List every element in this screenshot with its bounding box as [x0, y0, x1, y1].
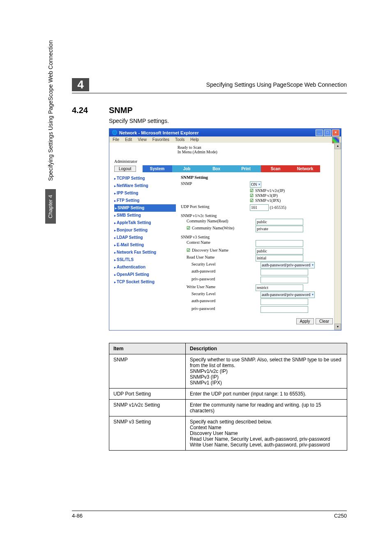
col-header-item: Item: [109, 343, 186, 354]
menu-view[interactable]: View: [138, 137, 147, 142]
read-priv-pass-label: priv-password: [181, 277, 261, 284]
tab-system[interactable]: System: [143, 165, 172, 172]
checkbox-icon[interactable]: ☑: [250, 188, 254, 193]
discovery-user-label: Discovery User Name: [192, 248, 228, 252]
cell-item: UDP Port Setting: [109, 388, 186, 400]
tab-job[interactable]: Job: [172, 165, 202, 172]
browser-titlebar: 🌐 Network - Microsoft Internet Explorer …: [109, 129, 341, 136]
checkbox-icon[interactable]: ☑: [250, 193, 254, 198]
sidebar-item-tcpip[interactable]: TCP/IP Setting: [114, 175, 176, 182]
page-footer: 4-86 C250: [72, 511, 347, 519]
read-user-input[interactable]: initial: [256, 255, 303, 261]
table-row: SNMP Specify whether to use SNMP. Also, …: [109, 354, 347, 388]
page-number: 4-86: [72, 513, 83, 519]
sidebar-item-ldap[interactable]: LDAP Setting: [114, 234, 176, 241]
comm-read-label: Community Name(Read): [181, 219, 256, 225]
page-header: 4 Specifying Settings Using PageScope We…: [72, 78, 347, 93]
tab-print[interactable]: Print: [231, 165, 261, 172]
read-sec-level-select[interactable]: auth-password/priv-password: [261, 262, 315, 268]
snmp-v12c-ip-label: SNMP v1/v2c(IP): [255, 188, 285, 193]
read-auth-pass-label: auth-password: [181, 269, 261, 276]
udp-port-label: UDP Port Setting: [181, 204, 250, 211]
sidebar: TCP/IP Setting NetWare Setting IPP Setti…: [114, 175, 176, 328]
close-button[interactable]: ×: [332, 130, 339, 136]
scroll-down-icon[interactable]: ▾: [334, 324, 341, 330]
apply-button[interactable]: Apply: [296, 318, 314, 324]
menu-help[interactable]: Help: [190, 137, 199, 142]
sidebar-item-openapi[interactable]: OpenAPI Setting: [114, 271, 176, 278]
logout-button[interactable]: Logout: [114, 166, 136, 172]
window-title: Network - Microsoft Internet Explorer: [119, 130, 199, 135]
checkbox-icon[interactable]: ☑: [250, 198, 254, 203]
sidebar-item-ftp[interactable]: FTP Setting: [114, 197, 176, 204]
write-priv-pass-label: priv-password: [181, 306, 261, 314]
write-auth-pass-input[interactable]: [261, 298, 308, 305]
sidebar-item-bonjour[interactable]: Bonjour Setting: [114, 227, 176, 234]
model-number: C250: [334, 513, 347, 519]
sidebar-item-tcpsocket[interactable]: TCP Socket Setting: [114, 278, 176, 286]
minimize-button[interactable]: _: [316, 130, 323, 136]
sidebar-item-netfax[interactable]: Network Fax Setting: [114, 249, 176, 256]
write-sec-level-select[interactable]: auth-password/priv-password: [261, 291, 315, 298]
tab-box[interactable]: Box: [202, 165, 231, 172]
udp-port-range: (1-65535): [270, 205, 286, 210]
sidebar-item-appletalk[interactable]: AppleTalk Setting: [114, 219, 176, 227]
tab-network[interactable]: Network: [291, 165, 320, 172]
cell-desc: Specify each setting described below. Co…: [186, 416, 347, 451]
udp-port-input[interactable]: 161: [250, 204, 269, 211]
maximize-button[interactable]: □: [324, 130, 331, 136]
scroll-up-icon[interactable]: ▴: [334, 143, 341, 149]
read-auth-pass-input[interactable]: [261, 269, 308, 275]
clear-button[interactable]: Clear: [316, 318, 333, 324]
sidebar-item-ipp[interactable]: IPP Setting: [114, 190, 176, 197]
status-text: Ready to Scan: [178, 145, 339, 150]
menu-favorites[interactable]: Favorites: [152, 137, 169, 142]
context-name-label: Context Name: [181, 240, 256, 247]
v12c-section-title: SNMP v1/v2c Setting: [181, 213, 339, 218]
comm-read-input[interactable]: public: [256, 219, 303, 225]
section-intro: Specify SNMP settings.: [109, 118, 347, 124]
v3-section-title: SNMP v3 Setting: [181, 235, 339, 239]
context-name-input[interactable]: [256, 240, 303, 247]
cell-desc: Enter the community name for reading and…: [186, 400, 347, 416]
checkbox-icon[interactable]: ☑: [187, 226, 190, 230]
vertical-scrollbar[interactable]: ▴ ▾: [334, 143, 341, 330]
sidebar-item-smb[interactable]: SMB Setting: [114, 212, 176, 219]
write-priv-pass-input[interactable]: [261, 306, 308, 313]
tab-scan[interactable]: Scan: [261, 165, 291, 172]
sidebar-item-ssl[interactable]: SSL/TLS: [114, 256, 176, 264]
menu-tools[interactable]: Tools: [175, 137, 184, 142]
snmp-v1-ipx-label: SNMP v1(IPX): [255, 198, 281, 203]
section-number: 4.24: [72, 106, 109, 115]
read-user-label: Read User Name: [181, 255, 256, 261]
snmp-select[interactable]: ON: [250, 181, 261, 188]
browser-window: 🌐 Network - Microsoft Internet Explorer …: [109, 128, 341, 331]
table-row: UDP Port Setting Enter the UDP port numb…: [109, 388, 347, 400]
sidebar-item-snmp[interactable]: SNMP Setting: [114, 204, 176, 212]
main-panel: SNMP Setting SNMP ON ☑SNMP v1/v2c(IP) ☑S…: [181, 175, 339, 328]
cell-desc: Enter the UDP port number (input range: …: [186, 388, 347, 400]
cell-item: SNMP: [109, 354, 186, 388]
checkbox-icon[interactable]: ☑: [187, 248, 190, 252]
table-row: SNMP v1/v2c Setting Enter the community …: [109, 400, 347, 416]
menu-edit[interactable]: Edit: [125, 137, 132, 142]
read-priv-pass-input[interactable]: [261, 277, 308, 283]
ie-icon: 🌐: [112, 130, 118, 135]
comm-write-input[interactable]: private: [256, 226, 303, 232]
cell-item: SNMP v3 Setting: [109, 416, 186, 451]
sidebar-item-netware[interactable]: NetWare Setting: [114, 182, 176, 190]
side-vertical-text: Specifying Settings Using PageScope Web …: [47, 40, 54, 181]
write-user-input[interactable]: restrict: [256, 284, 303, 291]
sidebar-item-auth[interactable]: Authentication: [114, 264, 176, 271]
col-header-desc: Description: [186, 343, 347, 354]
mode-text: In Menu (Admin Mode): [178, 150, 339, 154]
section-heading: 4.24 SNMP: [72, 106, 347, 115]
menu-file[interactable]: File: [113, 137, 119, 142]
read-sec-level-label: Security Level: [181, 262, 261, 268]
table-row: SNMP v3 Setting Specify each setting des…: [109, 416, 347, 451]
sidebar-item-email[interactable]: E-Mail Setting: [114, 241, 176, 249]
snmp-label: SNMP: [181, 181, 250, 188]
write-auth-pass-label: auth-password: [181, 298, 261, 306]
section-title: SNMP: [109, 106, 133, 115]
discovery-user-input[interactable]: public: [256, 248, 303, 254]
